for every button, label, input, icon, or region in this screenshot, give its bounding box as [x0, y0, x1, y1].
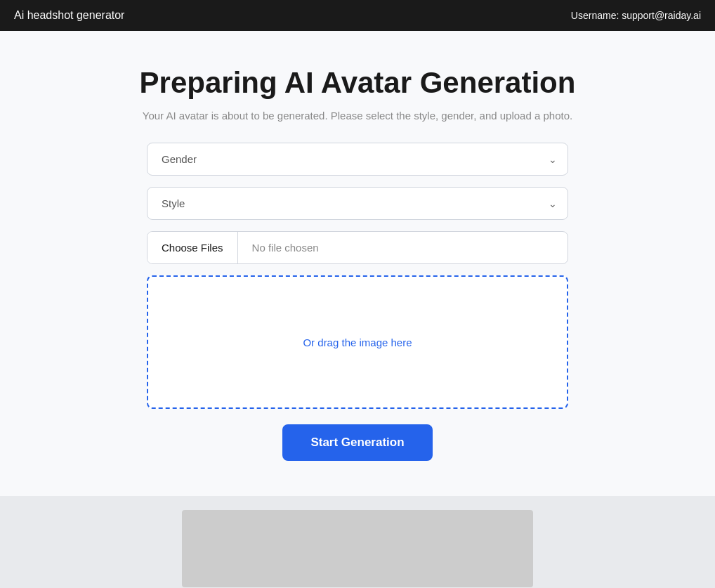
drag-drop-area[interactable]: Or drag the image here — [147, 275, 568, 409]
header-username: Username: support@raiday.ai — [571, 10, 701, 21]
page-title: Preparing AI Avatar Generation — [14, 66, 701, 100]
style-dropdown-wrapper: Style Professional Casual Creative ⌄ — [147, 187, 568, 220]
app-title: Ai headshot generator — [14, 9, 124, 22]
page-subtitle: Your AI avatar is about to be generated.… — [14, 110, 701, 122]
gender-select[interactable]: Gender Male Female Other — [147, 143, 568, 176]
gender-dropdown-wrapper: Gender Male Female Other ⌄ — [147, 143, 568, 176]
file-input-wrapper: Choose Files No file chosen — [147, 231, 568, 264]
form-container: Gender Male Female Other ⌄ Style Profess… — [147, 143, 568, 461]
main-card: Preparing AI Avatar Generation Your AI a… — [0, 31, 715, 496]
bottom-image-placeholder — [182, 510, 533, 587]
file-name-label: No file chosen — [238, 232, 568, 263]
start-generation-button[interactable]: Start Generation — [282, 424, 432, 461]
choose-files-button[interactable]: Choose Files — [147, 232, 238, 263]
drag-drop-text: Or drag the image here — [303, 337, 412, 348]
app-header: Ai headshot generator Username: support@… — [0, 0, 715, 31]
bottom-section — [0, 496, 715, 588]
style-select[interactable]: Style Professional Casual Creative — [147, 187, 568, 220]
